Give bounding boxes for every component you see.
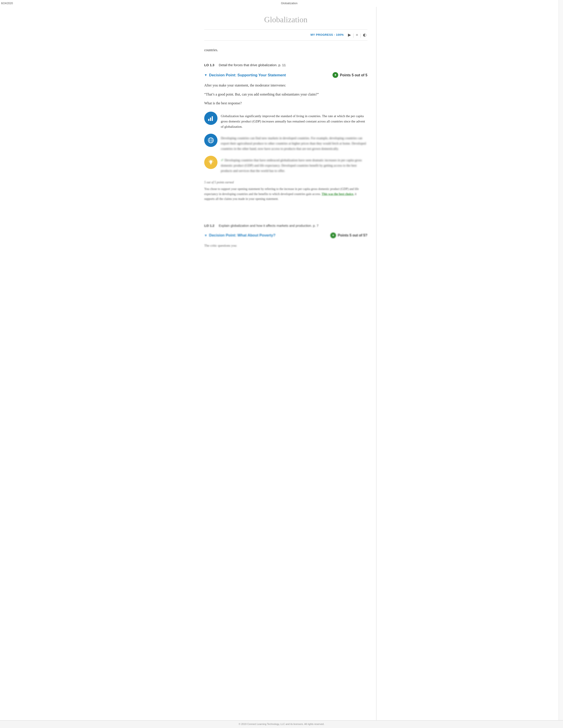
points-icon-1: ✦ [333,72,338,78]
points-text-1: Points 5 out of 5 [340,72,368,78]
lo-1-3-section: LO 1.3 Detail the forces that drive glob… [204,57,368,213]
bulb-icon [204,156,217,169]
main-content: Globalization MY PROGRESS - 100% ▶ | ≡ |… [186,7,377,728]
lo-1-2-number: LO 1.2 [204,223,214,228]
progress-label: MY PROGRESS - 100% [311,33,344,37]
play-icon[interactable]: ▶ [347,31,352,39]
svg-rect-1 [210,118,211,121]
progress-row: MY PROGRESS - 100% ▶ | ≡ | ◐ [204,29,368,41]
lo-1-3-description: Detail the forces that drive globalizati… [219,62,286,68]
next-section-text: The critic questions you: [204,241,368,250]
answer-option-2-text: Developing countries can find new market… [221,134,368,151]
svg-rect-0 [208,119,209,121]
decision-point-1-title[interactable]: ▼ Decision Point: Supporting Your Statem… [204,72,286,78]
question-1-content: After you make your statement, the moder… [204,81,368,210]
answer-option-1[interactable]: Globalization has significantly improved… [204,112,368,129]
header-date: 8/24/2020 [1,1,19,6]
decision-point-2-label: Decision Point: What About Poverty? [209,232,275,238]
intro-text: countries. [204,45,368,57]
separator-2: | [360,32,361,39]
question-1-prompt: After you make your statement, the moder… [204,83,368,88]
chart-icon [204,112,217,125]
lo-1-3-header: LO 1.3 Detail the forces that drive glob… [204,61,368,69]
feedback-section: 5 out of 5 points earned You chose to su… [204,179,368,203]
page-header: 8/24/2020 Globalization [0,0,563,7]
right-sidebar [559,0,563,728]
lo-1-2-section: LO 1.2 Explain globalization and how it … [204,219,368,250]
points-text-2: Points 5 out of 5? [338,233,368,238]
question-1-quote: “That’s a good point. But, can you add s… [204,92,368,97]
svg-point-8 [209,160,212,163]
svg-line-12 [212,160,213,160]
answer-options: Globalization has significantly improved… [204,111,368,174]
lo-1-2-description: Explain globalization and how it affects… [219,223,319,228]
page-title: Globalization [204,9,368,30]
decision-point-2-row: ▼ Decision Point: What About Poverty? ✦ … [204,230,368,240]
separator-1: | [353,32,354,39]
lo-1-2-header: LO 1.2 Explain globalization and how it … [204,221,368,230]
decision-point-2-title[interactable]: ▼ Decision Point: What About Poverty? [204,232,275,238]
bottom-bar: © 2019 Connect Learning Technology, LLC … [0,720,563,728]
correct-indicator: ✓ [221,158,224,162]
points-badge-2: ✦ Points 5 out of 5? [330,233,368,238]
points-icon-2: ✦ [330,233,336,238]
chevron-icon: ▼ [204,73,207,77]
chevron-2-icon: ▼ [204,233,207,238]
svg-line-14 [209,160,209,160]
dark-mode-icon[interactable]: ◐ [362,31,368,39]
toolbar: ▶ | ≡ | ◐ [347,31,368,39]
svg-rect-10 [210,164,211,164]
answer-option-2[interactable]: Developing countries can find new market… [204,134,368,151]
answer-option-3[interactable]: ✓Developing countries that have embraced… [204,156,368,173]
menu-icon[interactable]: ≡ [355,31,359,39]
header-center-title: Globalization [19,1,560,6]
feedback-score: 5 out of 5 points earned [204,180,368,185]
globe-icon [204,134,217,147]
feedback-highlight: This was the best choice, [322,192,354,196]
points-badge-1: ✦ Points 5 out of 5 [333,72,368,78]
decision-point-1-row: ▼ Decision Point: Supporting Your Statem… [204,69,368,81]
lo-1-3-number: LO 1.3 [204,62,214,68]
answer-option-3-text: ✓Developing countries that have embraced… [221,156,368,173]
svg-rect-9 [210,163,212,164]
decision-point-1-label: Decision Point: Supporting Your Statemen… [209,72,286,78]
bottom-bar-text: © 2019 Connect Learning Technology, LLC … [239,723,324,725]
question-1-ask: What is the best response? [204,100,368,106]
answer-option-1-text: Globalization has significantly improved… [221,112,368,129]
svg-rect-2 [212,116,213,121]
feedback-body: You chose to support your opening statem… [204,187,368,201]
